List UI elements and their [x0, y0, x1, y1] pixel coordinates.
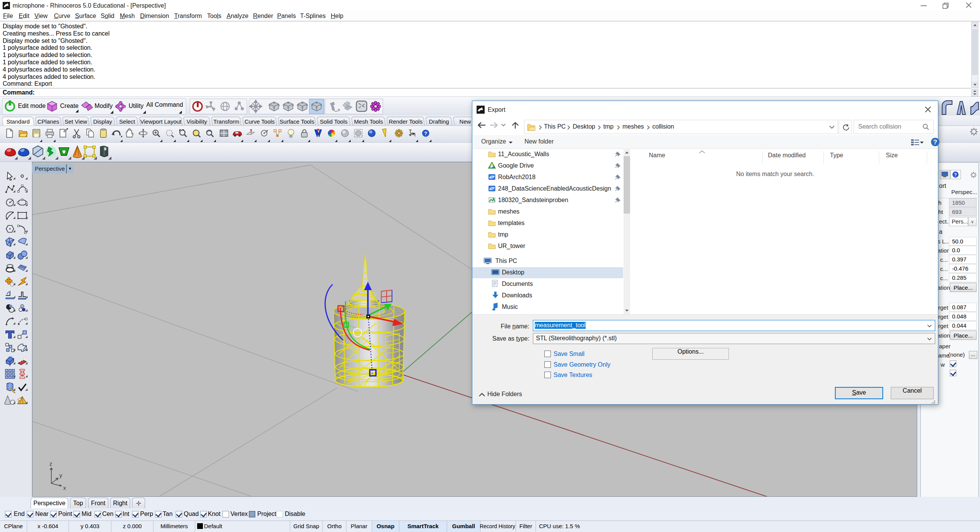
svg-text:?: ? [424, 131, 427, 136]
svg-text:z: z [49, 460, 52, 467]
svg-text:?: ? [933, 139, 937, 146]
svg-text:x: x [63, 485, 66, 491]
svg-text:?: ? [954, 172, 957, 178]
svg-text:y: y [59, 472, 62, 478]
